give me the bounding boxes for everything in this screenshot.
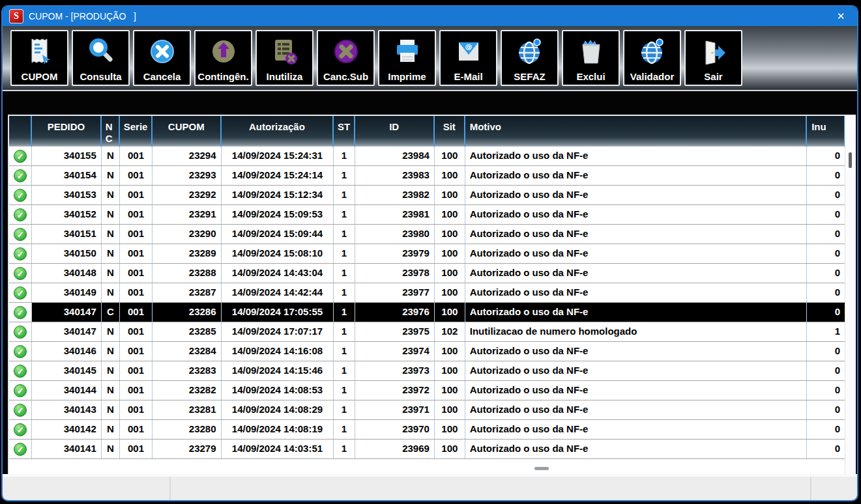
cell-inutilizada: 0 (807, 264, 845, 283)
cell-pedido: 340148 (32, 264, 102, 283)
toolbar-button-cupom[interactable]: CUPOM (10, 30, 68, 86)
cell-st: 1 (334, 147, 355, 165)
receipt-icon (27, 31, 53, 71)
cell-inutilizada: 0 (807, 381, 845, 400)
table-row[interactable]: 340151 N 001 23290 14/09/2024 15:09:44 1… (9, 225, 845, 244)
cell-id: 23974 (355, 342, 435, 361)
toolbar-button-cancela[interactable]: Cancela (133, 30, 191, 86)
cell-motivo: Autorizado o uso da NF-e (465, 166, 807, 185)
trash-icon (577, 31, 606, 71)
table-row[interactable]: 340150 N 001 23289 14/09/2024 15:08:10 1… (9, 244, 845, 264)
info-bar (3, 90, 857, 113)
table-row[interactable]: 340148 N 001 23288 14/09/2024 14:43:04 1… (9, 264, 845, 283)
table-row[interactable]: 340142 N 001 23280 14/09/2024 14:08:19 1… (9, 420, 845, 440)
table-row[interactable]: 340154 N 001 23293 14/09/2024 15:24:14 1… (9, 166, 845, 186)
cell-sit: 100 (435, 264, 465, 283)
cell-pedido: 340151 (32, 225, 102, 244)
toolbar-button-label: Imprime (388, 71, 426, 85)
toolbar-button-sefaz[interactable]: SEFAZ (501, 30, 559, 86)
cell-st: 1 (334, 342, 355, 361)
table-row[interactable]: 340149 N 001 23287 14/09/2024 14:42:44 1… (9, 283, 845, 303)
horizontal-scrollbar-thumb[interactable] (534, 467, 549, 470)
column-header-serie[interactable]: Serie (120, 116, 153, 147)
cell-serie: 001 (120, 322, 153, 341)
cell-id: 23982 (355, 186, 435, 204)
cell-serie: 001 (120, 303, 153, 322)
toolbar-button-email[interactable]: @ E-Mail (439, 30, 497, 86)
cell-autorizacao: 14/09/2024 15:12:34 (222, 186, 334, 204)
app-icon: S (9, 9, 23, 23)
toolbar-button-consulta[interactable]: Consulta (72, 30, 130, 86)
column-header-cupom[interactable]: CUPOM (153, 116, 222, 147)
cell-id: 23984 (355, 147, 435, 165)
cell-inutilizada: 0 (807, 147, 845, 165)
toolbar-button-imprime[interactable]: Imprime (378, 30, 436, 86)
toolbar-button-sair[interactable]: Sair (684, 30, 742, 86)
toolbar-button-contingencia[interactable]: Contingên. (194, 30, 252, 86)
table-row[interactable]: 340144 N 001 23282 14/09/2024 14:08:53 1… (9, 381, 845, 400)
column-header-motivo[interactable]: Motivo (465, 116, 808, 147)
toolbar-button-validador[interactable]: Validador (623, 30, 681, 86)
cell-autorizacao: 14/09/2024 14:08:53 (222, 381, 334, 400)
table-row[interactable]: 340152 N 001 23291 14/09/2024 15:09:53 1… (9, 205, 845, 225)
cell-sit: 100 (435, 420, 465, 439)
cell-pedido: 340141 (32, 440, 102, 458)
table-row[interactable]: 340147 C 001 23286 14/09/2024 17:05:55 1… (9, 303, 845, 322)
toolbar-button-cancsub[interactable]: Canc.Sub (317, 30, 375, 86)
cell-pedido: 340143 (32, 400, 102, 419)
column-header-autorizacao[interactable]: Autorização (222, 116, 334, 147)
check-icon (14, 443, 27, 456)
status-icon-cell (9, 420, 32, 439)
vertical-scrollbar[interactable] (845, 116, 856, 474)
close-button[interactable]: ✕ (830, 10, 852, 22)
cell-autorizacao: 14/09/2024 14:03:51 (222, 440, 334, 458)
table-row[interactable]: 340155 N 001 23294 14/09/2024 15:24:31 1… (9, 147, 845, 166)
column-header-nc[interactable]: N C (102, 116, 121, 147)
cell-st: 1 (334, 225, 355, 244)
cell-st: 1 (334, 361, 355, 380)
cell-motivo: Autorizado o uso da NF-e (465, 303, 807, 322)
vertical-scrollbar-thumb[interactable] (849, 152, 852, 168)
cell-inutilizada: 0 (807, 283, 845, 302)
toolbar-button-inutiliza[interactable]: Inutiliza (255, 30, 314, 86)
app-window: S CUPOM - [PRODUÇÃO ] ✕ CUPOM Consulta C… (1, 5, 858, 501)
status-icon-cell (9, 381, 32, 400)
cell-sit: 100 (435, 225, 465, 244)
toolbar-button-exclui[interactable]: Exclui (562, 30, 620, 86)
column-header-status[interactable] (9, 116, 32, 147)
window-title: CUPOM - [PRODUÇÃO ] (29, 11, 136, 21)
table-row[interactable]: 340141 N 001 23279 14/09/2024 14:03:51 1… (9, 440, 845, 459)
check-icon (14, 287, 27, 300)
cell-sit: 100 (435, 244, 465, 263)
table-row[interactable]: 340146 N 001 23284 14/09/2024 14:16:08 1… (9, 342, 845, 361)
grid-body: 340155 N 001 23294 14/09/2024 15:24:31 1… (9, 147, 845, 459)
column-header-st[interactable]: ST (334, 116, 355, 147)
cell-motivo: Autorizado o uso da NF-e (465, 342, 807, 361)
cell-sit: 100 (435, 342, 465, 361)
cell-motivo: Autorizado o uso da NF-e (465, 283, 807, 302)
status-bar (3, 474, 857, 500)
cell-id: 23978 (355, 264, 435, 283)
table-row[interactable]: 340147 N 001 23285 14/09/2024 17:07:17 1… (9, 322, 845, 342)
cell-cupom: 23287 (153, 283, 222, 302)
toolbar-button-label: Exclui (576, 71, 605, 85)
toolbar: CUPOM Consulta Cancela Contingên. Inutil… (3, 26, 857, 90)
cell-autorizacao: 14/09/2024 15:09:44 (222, 225, 334, 244)
column-header-sit[interactable]: Sit (435, 116, 465, 147)
table-row[interactable]: 340143 N 001 23281 14/09/2024 14:08:29 1… (9, 400, 845, 420)
grid-zone: PEDIDO N C Serie CUPOM Autorização ST ID… (3, 113, 857, 474)
column-header-inutilizada[interactable]: Inu (807, 116, 845, 147)
table-row[interactable]: 340145 N 001 23283 14/09/2024 14:15:46 1… (9, 361, 845, 381)
cell-nc: N (102, 147, 120, 165)
cell-pedido: 340142 (32, 420, 102, 439)
column-header-pedido[interactable]: PEDIDO (32, 116, 101, 147)
cell-autorizacao: 14/09/2024 15:09:53 (222, 205, 334, 224)
table-row[interactable]: 340153 N 001 23292 14/09/2024 15:12:34 1… (9, 186, 845, 205)
cell-motivo: Autorizado o uso da NF-e (465, 147, 807, 165)
cell-motivo: Autorizado o uso da NF-e (465, 381, 807, 400)
cell-pedido: 340147 (32, 303, 102, 322)
cell-cupom: 23294 (153, 147, 222, 165)
column-header-id[interactable]: ID (355, 116, 435, 147)
status-icon-cell (9, 186, 32, 204)
cell-serie: 001 (120, 400, 153, 419)
